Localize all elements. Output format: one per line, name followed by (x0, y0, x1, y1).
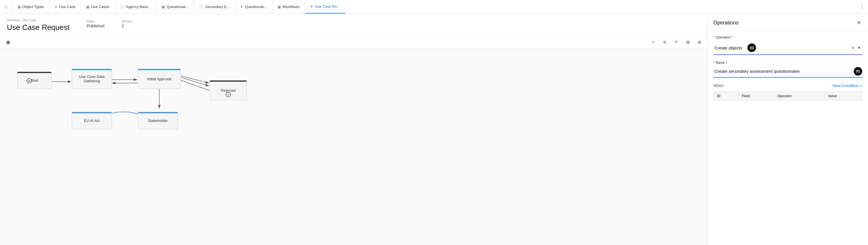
grid-icon: ⊞ (686, 39, 690, 45)
panel-title: Operations (713, 20, 739, 26)
canvas-toolbar: ▣ + ⊕ ≡ ⊞ ⊛ (0, 36, 707, 49)
workflow-title: Use Case Request (7, 23, 69, 32)
tab-questionnaire2-label: Questionair... (245, 5, 267, 9)
panel-body: * Operation * Create objects 30 ✕ ▼ * Na (708, 31, 868, 245)
col-operator: Operator (774, 92, 825, 101)
operation-select[interactable]: Create objects 30 ✕ ▼ (713, 41, 862, 55)
eu-ai-act-label: EU AI Act (84, 118, 100, 123)
when-header: When New Condition + (713, 83, 862, 88)
tab-use-case-label: Use Case (59, 5, 75, 9)
questionnaire1-icon: ▦ (162, 5, 165, 9)
rejected-node[interactable]: Rejected ⊙ (210, 80, 247, 100)
use-case-re-icon: ✦ (310, 5, 313, 9)
home-icon: ⌂ (5, 4, 7, 9)
operations-panel: Operations ✕ * Operation * Create object… (707, 14, 868, 245)
use-case-icon: ✦ (55, 5, 57, 9)
breadcrumb: Workflow - Use Case (7, 19, 69, 22)
col-value: Value (825, 92, 862, 101)
agency-base-icon: 📄 (120, 5, 124, 9)
main-area: Workflow - Use Case Use Case Request Sta… (0, 14, 868, 245)
version-value: 2 (122, 24, 132, 28)
select-actions: ✕ ▼ (851, 45, 861, 51)
col-id: ID (714, 92, 738, 101)
operation-badge: 30 (747, 44, 756, 52)
tab-questionnaire1[interactable]: ▦ Questionair... (156, 0, 194, 13)
tab-bar: ⌂ ▦ Object Types ✦ Use Case ▦ Use Cases … (0, 0, 868, 14)
align-icon: ≡ (675, 39, 677, 45)
name-field-group: * Name * 31 (713, 61, 862, 78)
settings-button[interactable]: ⊛ (694, 37, 704, 47)
workflow-info: Workflow - Use Case Use Case Request (7, 19, 69, 32)
svg-line-7 (181, 76, 209, 83)
stakeholder-label: Stakeholder (148, 118, 167, 123)
pointer-icon: ⊕ (663, 40, 666, 44)
col-field: Field (738, 92, 774, 101)
version-label: Version (122, 20, 132, 23)
new-condition-icon: + (860, 83, 862, 88)
sidebar-toggle-button[interactable]: ▣ (3, 37, 12, 47)
operation-value: Create objects (714, 46, 742, 50)
close-icon: ✕ (857, 20, 861, 26)
tab-workflows-label: Workflows (282, 5, 300, 9)
workflows-icon: ▦ (278, 5, 281, 9)
conditions-header-row: ID Field Operator Value (714, 92, 862, 101)
tab-use-cases[interactable]: ▦ Use Cases (81, 0, 115, 13)
svg-line-4 (181, 77, 209, 86)
version-meta: Version 2 (122, 20, 132, 28)
plus-icon: + (652, 39, 654, 45)
select-clear-button[interactable]: ✕ (851, 45, 855, 51)
name-badge: 31 (854, 67, 862, 76)
panel-close-button[interactable]: ✕ (856, 19, 862, 27)
tab-secondary-e-label: Secondary E... (205, 5, 229, 9)
select-chevron-button[interactable]: ▼ (857, 46, 861, 50)
new-condition-button[interactable]: New Condition + (833, 83, 862, 88)
workflow-meta: State Published Version 2 (87, 19, 132, 28)
initial-approval-label: Initial Approval (147, 77, 172, 81)
tab-use-case[interactable]: ✦ Use Case (50, 0, 81, 13)
use-case-data-label: Use Case Data Gathering (74, 75, 110, 83)
eu-ai-act-node[interactable]: EU AI Act (72, 112, 112, 129)
tab-use-case-re[interactable]: ✦ Use Case Re... (305, 0, 346, 13)
align-button[interactable]: ≡ (672, 37, 681, 47)
stakeholder-node[interactable]: Stakeholder (138, 112, 178, 129)
name-input[interactable] (713, 66, 848, 76)
secondary-e-icon: 📄 (199, 5, 204, 9)
tab-use-case-re-label: Use Case Re... (315, 4, 340, 9)
tab-workflows[interactable]: ▦ Workflows (272, 0, 305, 13)
conditions-table: ID Field Operator Value (713, 91, 862, 101)
tab-more-button[interactable]: ⋮ (856, 0, 868, 13)
use-cases-icon: ▦ (86, 5, 89, 9)
panel-header: Operations ✕ (708, 14, 868, 31)
when-section: When New Condition + ID Field Operator V… (713, 83, 862, 101)
name-label: * Name * (713, 61, 862, 65)
grid-button[interactable]: ⊞ (683, 37, 692, 47)
tab-object-types-label: Object Types (22, 5, 44, 9)
use-case-data-node[interactable]: Use Case Data Gathering (72, 69, 112, 89)
add-button[interactable]: + (649, 37, 658, 47)
start-node[interactable]: Start (17, 72, 52, 89)
rejected-icon: ⊙ (226, 92, 231, 97)
home-tab[interactable]: ⌂ (0, 0, 12, 13)
conditions-table-head: ID Field Operator Value (714, 92, 862, 101)
canvas-area: Workflow - Use Case Use Case Request Sta… (0, 14, 707, 245)
operation-field-group: * Operation * Create objects 30 ✕ ▼ (713, 35, 862, 55)
tab-object-types[interactable]: ▦ Object Types (12, 0, 50, 13)
state-value: Published (87, 24, 104, 28)
tab-secondary-e[interactable]: 📄 Secondary E... (194, 0, 235, 13)
more-icon: ⋮ (859, 4, 864, 9)
initial-approval-node[interactable]: Initial Approval (138, 69, 181, 89)
workflow-canvas[interactable]: Start Use Case Data Gathering Initial Ap… (0, 49, 707, 245)
operation-label: * Operation * (713, 35, 862, 39)
state-label: State (87, 20, 104, 23)
object-types-icon: ▦ (18, 5, 21, 9)
tab-use-cases-label: Use Cases (91, 5, 110, 9)
tab-questionnaire2[interactable]: ✦ Questionair... (235, 0, 272, 13)
settings-icon: ⊛ (698, 39, 701, 45)
pointer-tool-button[interactable]: ⊕ (660, 37, 670, 47)
questionnaire2-icon: ✦ (240, 5, 243, 9)
tab-questionnaire1-label: Questionair... (166, 5, 189, 9)
new-condition-label: New Condition (833, 83, 859, 88)
tab-agency-base[interactable]: 📄 Agency Base... (115, 0, 156, 13)
start-icon (27, 78, 32, 83)
when-label: When (713, 83, 724, 88)
